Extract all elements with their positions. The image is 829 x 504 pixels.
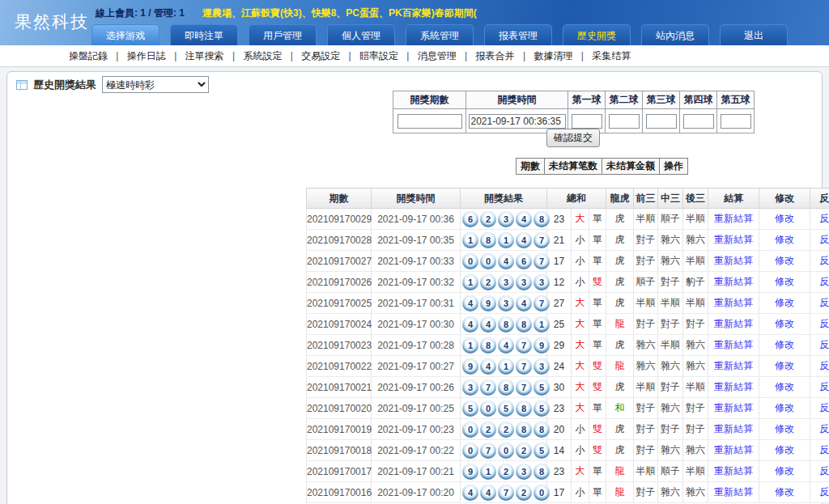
- resettle-link[interactable]: 重新結算: [714, 486, 753, 498]
- resettle-link[interactable]: 重新結算: [714, 276, 753, 287]
- modify-link[interactable]: 修改: [775, 465, 794, 476]
- modify-link[interactable]: 修改: [775, 444, 794, 455]
- submenu-link-4[interactable]: 系統設定: [243, 50, 282, 61]
- modify-link[interactable]: 修改: [775, 318, 794, 329]
- cell-draw-time: 2021-09-17 00:33: [372, 251, 461, 272]
- reverse-settle-link[interactable]: 反结算: [820, 486, 829, 498]
- ball-input-2[interactable]: [609, 114, 640, 129]
- submenu-link-3[interactable]: 注單搜索: [185, 50, 224, 61]
- confirm-submit-button[interactable]: 確認提交: [546, 129, 600, 147]
- submenu-link-10[interactable]: 采集结算: [592, 50, 631, 61]
- submenu-link-1[interactable]: 操盤記錄: [69, 50, 108, 61]
- draw-time-input[interactable]: [469, 114, 566, 129]
- resettle-link[interactable]: 重新結算: [714, 381, 753, 392]
- reverse-settle-cell: 反结算: [810, 314, 829, 335]
- cell-odd-even: 單: [589, 209, 606, 230]
- reverse-settle-link[interactable]: 反结算: [820, 234, 829, 245]
- nav-tab-6[interactable]: 报表管理: [484, 24, 552, 45]
- table-row: 2021091700202021-09-17 00:255058523大單和對子…: [307, 398, 829, 419]
- submenu-link-2[interactable]: 操作日誌: [127, 50, 166, 61]
- reverse-settle-cell: 反结算: [810, 272, 829, 293]
- modify-link[interactable]: 修改: [775, 276, 794, 287]
- resettle-link[interactable]: 重新結算: [714, 318, 753, 329]
- nav-tab-8[interactable]: 站內消息: [641, 24, 709, 45]
- modify-link[interactable]: 修改: [775, 234, 794, 245]
- ball-input-3[interactable]: [646, 114, 677, 129]
- reverse-settle-link[interactable]: 反结算: [820, 402, 829, 413]
- cell-mid3: 對子: [658, 272, 683, 293]
- modify-cell: 修改: [759, 209, 810, 230]
- nav-tab-5[interactable]: 系統管理: [406, 24, 474, 45]
- resettle-link[interactable]: 重新結算: [714, 213, 753, 224]
- submenu-link-6[interactable]: 賠率設定: [359, 50, 398, 61]
- game-select[interactable]: 極速時時彩: [102, 76, 209, 93]
- cell-issue: 202109170019: [307, 419, 372, 440]
- modify-link[interactable]: 修改: [775, 297, 794, 308]
- resettle-link[interactable]: 重新結算: [714, 339, 753, 350]
- resettle-cell: 重新結算: [708, 251, 759, 272]
- lottery-ball: 4: [498, 253, 514, 269]
- cell-big-small: 大: [572, 398, 589, 419]
- resettle-link[interactable]: 重新結算: [714, 423, 753, 434]
- resettle-link[interactable]: 重新結算: [714, 255, 753, 266]
- modify-link[interactable]: 修改: [775, 402, 794, 413]
- issue-input[interactable]: [397, 114, 462, 129]
- reverse-settle-link[interactable]: 反结算: [820, 213, 829, 224]
- submenu-link-9[interactable]: 數據清理: [534, 50, 572, 61]
- submenu-separator: |: [346, 50, 354, 61]
- modify-link[interactable]: 修改: [775, 255, 794, 266]
- cell-draw-time: 2021-09-17 00:32: [372, 272, 461, 293]
- cell-back3: 豹子: [683, 272, 708, 293]
- submenu-link-5[interactable]: 交易設定: [301, 50, 340, 61]
- modify-link[interactable]: 修改: [775, 339, 794, 350]
- reverse-settle-link[interactable]: 反结算: [820, 360, 829, 371]
- reverse-settle-link[interactable]: 反结算: [820, 318, 829, 329]
- resettle-link[interactable]: 重新結算: [714, 402, 753, 413]
- submenu-link-8[interactable]: 报表合并: [476, 50, 515, 61]
- cell-mid3: 雜六: [658, 251, 683, 272]
- modify-link[interactable]: 修改: [775, 360, 794, 371]
- ball-input-4[interactable]: [683, 114, 714, 129]
- modify-link[interactable]: 修改: [775, 423, 794, 434]
- unsettled-cell-2: 未结算笔数: [545, 159, 602, 175]
- nav-tab-7[interactable]: 歷史開獎: [563, 24, 631, 45]
- lottery-ball: 7: [516, 358, 532, 375]
- nav-tab-4[interactable]: 個人管理: [327, 24, 395, 45]
- cell-draw-time: 2021-09-17 00:28: [372, 335, 461, 356]
- resettle-cell: 重新結算: [708, 377, 759, 398]
- resettle-link[interactable]: 重新結算: [714, 297, 753, 308]
- resettle-link[interactable]: 重新結算: [714, 234, 753, 245]
- reverse-settle-link[interactable]: 反结算: [820, 255, 829, 266]
- cell-back3: 雜六: [683, 356, 708, 377]
- nav-tab-3[interactable]: 用戶管理: [249, 24, 317, 45]
- reverse-settle-link[interactable]: 反结算: [820, 444, 829, 455]
- reverse-settle-link[interactable]: 反结算: [820, 339, 829, 350]
- cell-odd-even: 單: [589, 398, 606, 419]
- reverse-settle-cell: 反结算: [810, 440, 829, 461]
- main-nav-tabs: 选择游戏即時注單用戶管理個人管理系統管理报表管理歷史開獎站內消息退出: [91, 24, 788, 45]
- reverse-settle-link[interactable]: 反结算: [820, 276, 829, 287]
- reverse-settle-link[interactable]: 反结算: [820, 297, 829, 308]
- submenu-link-7[interactable]: 消息管理: [418, 50, 457, 61]
- ball-input-1[interactable]: [572, 114, 602, 129]
- cell-sum: 17: [547, 251, 572, 272]
- modify-link[interactable]: 修改: [775, 213, 794, 224]
- cell-odd-even: 單: [589, 251, 606, 272]
- ball-input-5[interactable]: [721, 114, 751, 129]
- nav-tab-9[interactable]: 退出: [720, 24, 788, 45]
- cell-odd-even: 單: [589, 482, 606, 503]
- reverse-settle-link[interactable]: 反结算: [820, 381, 829, 392]
- resettle-link[interactable]: 重新結算: [714, 465, 753, 476]
- resettle-link[interactable]: 重新結算: [714, 360, 753, 371]
- modify-link[interactable]: 修改: [775, 486, 794, 498]
- modify-link[interactable]: 修改: [775, 381, 794, 392]
- cell-draw-result: 44720: [461, 482, 547, 503]
- cell-draw-result: 12333: [461, 272, 547, 293]
- reverse-settle-link[interactable]: 反结算: [820, 465, 829, 476]
- unsettled-cell-4: 操作: [660, 159, 688, 175]
- cell-mid3: 雜六: [658, 230, 683, 251]
- resettle-link[interactable]: 重新結算: [714, 444, 753, 455]
- nav-tab-2[interactable]: 即時注單: [170, 24, 238, 45]
- reverse-settle-link[interactable]: 反结算: [820, 423, 829, 434]
- nav-tab-1[interactable]: 选择游戏: [91, 24, 159, 45]
